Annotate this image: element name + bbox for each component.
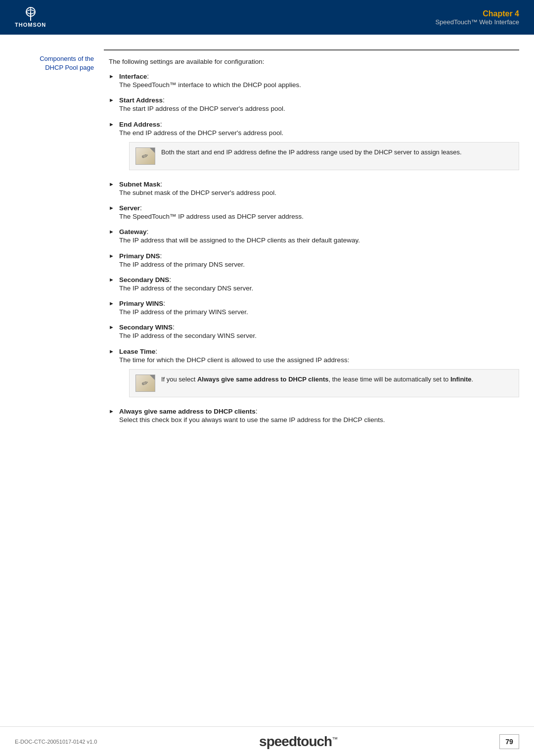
list-item: ► Primary DNS: The IP address of the pri… [109,252,519,270]
item-content: Primary DNS: The IP address of the prima… [119,252,519,270]
item-label: Always give same address to DHCP clients [119,408,256,415]
chapter-title: Chapter 4 [483,9,519,18]
item-label: Start Address [119,96,163,104]
item-label: Subnet Mask [119,181,160,188]
item-desc: The IP address of the secondary DNS serv… [119,284,253,292]
doc-id: E-DOC-CTC-20051017-0142 v1.0 [15,739,97,745]
item-desc: The SpeedTouch™ interface to which the D… [119,81,301,89]
brand-bold: touch [297,734,332,749]
note-text: If you select Always give same address t… [161,375,473,384]
list-item: ► Primary WINS: The IP address of the pr… [109,299,519,317]
bullet-arrow-icon: ► [109,205,114,211]
item-desc: The IP address of the primary WINS serve… [119,308,248,316]
list-item: ► End Address: The end IP address of the… [109,120,519,174]
item-label: Lease Time [119,348,155,355]
pencil-icon: ✏ [141,150,150,161]
item-desc: The start IP address of the DHCP server'… [119,105,285,112]
item-desc: The IP address that will be assigned to … [119,236,360,244]
item-content: Gateway: The IP address that will be ass… [119,228,519,245]
sidebar-heading-line2: DHCP Pool page [45,64,94,71]
bullet-arrow-icon: ► [109,181,114,187]
item-label: Secondary WINS [119,324,173,331]
list-item: ► Start Address: The start IP address of… [109,96,519,114]
item-content: Primary WINS: The IP address of the prim… [119,299,519,317]
brand-tm: ™ [332,735,337,742]
sidebar-heading-line1: Components of the [40,55,94,62]
list-item: ► Always give same address to DHCP clien… [109,407,519,425]
list-item: ► Subnet Mask: The subnet mask of the DH… [109,180,519,198]
item-label: Server [119,204,140,212]
item-label: End Address [119,121,160,128]
item-content: Always give same address to DHCP clients… [119,407,519,425]
bullet-arrow-icon: ► [109,73,114,79]
list-item: ► Secondary DNS: The IP address of the s… [109,276,519,293]
list-item: ► Lease Time: The time for which the DHC… [109,347,519,401]
note-text: Both the start and end IP address define… [161,147,462,157]
item-desc: The end IP address of the DHCP server's … [119,129,283,137]
bullet-arrow-icon: ► [109,97,114,103]
item-content: Start Address: The start IP address of t… [119,96,519,114]
page-number: 79 [499,734,519,749]
item-desc: The time for which the DHCP client is al… [119,356,350,364]
bullet-arrow-icon: ► [109,277,114,283]
bullet-arrow-icon: ► [109,324,114,330]
bullet-arrow-icon: ► [109,300,114,306]
list-item: ► Interface: The SpeedTouch™ interface t… [109,72,519,90]
item-content: Lease Time: The time for which the DHCP … [119,347,519,401]
pencil-icon: ✏ [141,378,150,388]
item-desc: Select this check box if you always want… [119,416,385,424]
list-item: ► Gateway: The IP address that will be a… [109,228,519,245]
item-content: Server: The SpeedTouch™ IP address used … [119,204,519,222]
thomson-logo: THOMSON [15,7,46,28]
list-item: ► Secondary WINS: The IP address of the … [109,323,519,341]
item-desc: The subnet mask of the DHCP server's add… [119,189,276,196]
chapter-info: Chapter 4 SpeedTouch™ Web Interface [435,0,519,35]
item-desc: The IP address of the secondary WINS ser… [119,332,257,339]
bullet-arrow-icon: ► [109,253,114,259]
bullet-arrow-icon: ► [109,348,114,354]
item-label: Interface [119,73,147,80]
note-box: ✏ Both the start and end IP address defi… [129,142,519,170]
item-content: Secondary DNS: The IP address of the sec… [119,276,519,293]
note-icon: ✏ [135,375,155,392]
logo-text-label: THOMSON [15,22,46,28]
main-content: The following settings are available for… [104,49,519,703]
item-content: End Address: The end IP address of the D… [119,120,519,174]
page-header: THOMSON Chapter 4 SpeedTouch™ Web Interf… [0,0,534,35]
brand-regular: speed [259,734,297,749]
item-label: Primary DNS [119,252,160,260]
item-label: Secondary DNS [119,276,169,284]
content-area: Components of the DHCP Pool page The fol… [0,35,534,717]
bullet-arrow-icon: ► [109,121,114,127]
item-list: ► Interface: The SpeedTouch™ interface t… [109,72,519,425]
note-icon: ✏ [135,147,155,165]
item-label: Primary WINS [119,300,163,307]
item-content: Subnet Mask: The subnet mask of the DHCP… [119,180,519,198]
note-box: ✏ If you select Always give same address… [129,369,519,397]
item-content: Secondary WINS: The IP address of the se… [119,323,519,341]
item-label: Gateway [119,228,147,236]
sidebar-heading: Components of the DHCP Pool page [15,54,104,72]
item-desc: The SpeedTouch™ IP address used as DHCP … [119,213,304,220]
intro-text: The following settings are available for… [109,58,519,65]
chapter-subtitle: SpeedTouch™ Web Interface [435,18,519,26]
item-content: Interface: The SpeedTouch™ interface to … [119,72,519,90]
list-item: ► Server: The SpeedTouch™ IP address use… [109,204,519,222]
bullet-arrow-icon: ► [109,229,114,235]
bullet-arrow-icon: ► [109,408,114,414]
item-desc: The IP address of the primary DNS server… [119,261,245,268]
page-footer: E-DOC-CTC-20051017-0142 v1.0 speedtouch™… [0,726,534,756]
sidebar: Components of the DHCP Pool page [15,49,104,703]
brand-logo: speedtouch™ [259,734,337,750]
